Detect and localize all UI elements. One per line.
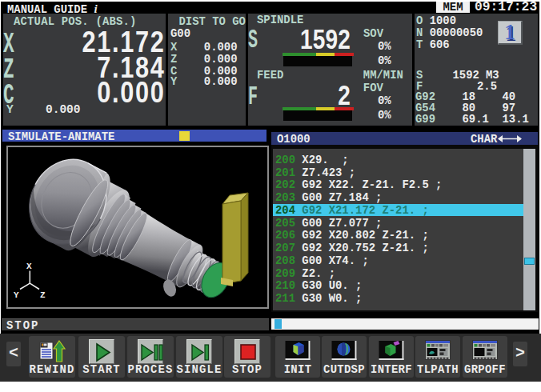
svg-text:Y: Y (14, 290, 19, 300)
svg-text:Z: Z (40, 290, 46, 300)
svg-text:X: X (26, 262, 32, 271)
